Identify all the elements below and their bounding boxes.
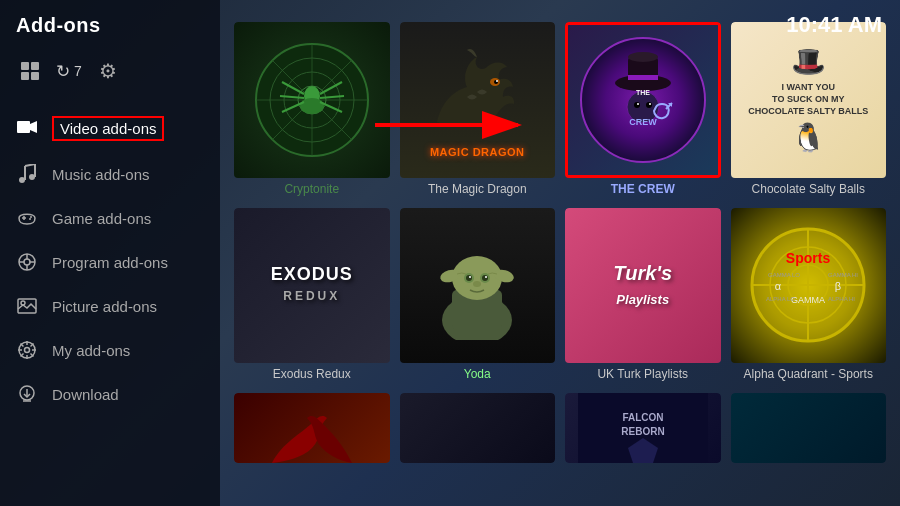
svg-text:THE: THE bbox=[636, 89, 650, 96]
refresh-icon: ↻ bbox=[56, 61, 70, 82]
turk-text-overlay: Turk'sPlaylists bbox=[613, 261, 672, 309]
addon-tile-red[interactable] bbox=[234, 393, 390, 463]
crew-label: THE CREW bbox=[565, 178, 721, 198]
sidebar-item-video[interactable]: Video add-ons bbox=[0, 105, 220, 152]
download-label: Download bbox=[52, 386, 119, 403]
addon-tile-dark[interactable] bbox=[400, 393, 556, 463]
svg-point-62 bbox=[646, 102, 652, 108]
svg-text:REBORN: REBORN bbox=[621, 426, 664, 437]
music-icon bbox=[16, 163, 38, 185]
refresh-badge[interactable]: ↻ 7 bbox=[56, 61, 82, 82]
addons-grid-row1: Cryptonite bbox=[234, 22, 886, 198]
svg-line-10 bbox=[25, 164, 35, 166]
svg-text:ALPHA HI: ALPHA HI bbox=[828, 296, 855, 302]
svg-marker-5 bbox=[30, 121, 37, 133]
choc-text-overlay: I WANT YOUTO SUCK ON MYCHOCOLATE SALTY B… bbox=[744, 78, 872, 121]
magic-dragon-name-overlay: MAGIC DRAGON bbox=[430, 146, 525, 158]
addon-tile-falcon[interactable]: FALCON REBORN bbox=[565, 393, 721, 463]
svg-text:α: α bbox=[775, 280, 782, 292]
video-icon bbox=[16, 118, 38, 140]
sidebar-item-download[interactable]: Download bbox=[0, 372, 220, 416]
svg-point-61 bbox=[634, 102, 640, 108]
cryptonite-label: Cryptonite bbox=[234, 178, 390, 198]
sidebar-item-picture[interactable]: Picture add-ons bbox=[0, 284, 220, 328]
svg-point-64 bbox=[649, 103, 651, 105]
svg-point-24 bbox=[25, 348, 30, 353]
addons-grid-row2: EXODUSREDUX Exodus Redux bbox=[234, 208, 886, 384]
svg-line-31 bbox=[31, 344, 34, 347]
addon-tile-alpha[interactable]: Sports α β GAMMA GAMMA LO GAMMA HI ALPHA… bbox=[731, 208, 887, 384]
sidebar-item-game[interactable]: Game add-ons bbox=[0, 196, 220, 240]
svg-point-58 bbox=[628, 52, 658, 62]
settings-icon[interactable]: ⚙ bbox=[94, 57, 122, 85]
download-icon bbox=[16, 383, 38, 405]
svg-line-32 bbox=[21, 354, 24, 357]
sidebar: Add-ons ↻ 7 ⚙ Video a bbox=[0, 0, 220, 506]
svg-rect-8 bbox=[24, 166, 26, 180]
svg-point-16 bbox=[24, 259, 30, 265]
svg-text:Sports: Sports bbox=[786, 250, 831, 266]
sidebar-item-my[interactable]: My add-ons bbox=[0, 328, 220, 372]
refresh-count: 7 bbox=[74, 63, 82, 79]
video-label: Video add-ons bbox=[52, 116, 164, 141]
svg-point-79 bbox=[485, 276, 487, 278]
svg-text:β: β bbox=[835, 280, 841, 292]
sidebar-navigation: Video add-ons Music add-ons bbox=[0, 105, 220, 416]
svg-point-63 bbox=[637, 103, 639, 105]
svg-rect-3 bbox=[31, 72, 39, 80]
svg-rect-4 bbox=[17, 121, 30, 133]
choc-label: Chocolate Salty Balls bbox=[731, 178, 887, 198]
my-icon bbox=[16, 339, 38, 361]
main-content: Cryptonite bbox=[220, 0, 900, 506]
svg-point-45 bbox=[300, 98, 324, 114]
svg-text:GAMMA LO: GAMMA LO bbox=[768, 272, 800, 278]
svg-text:CREW: CREW bbox=[629, 117, 657, 127]
svg-rect-9 bbox=[34, 164, 36, 177]
sidebar-item-program[interactable]: Program add-ons bbox=[0, 240, 220, 284]
yoda-label: Yoda bbox=[400, 363, 556, 383]
addon-tile-the-crew[interactable]: THE CREW THE CREW bbox=[565, 22, 721, 198]
svg-text:GAMMA: GAMMA bbox=[791, 295, 825, 305]
picture-icon bbox=[16, 295, 38, 317]
addon-tile-turk[interactable]: Turk'sPlaylists UK Turk Playlists bbox=[565, 208, 721, 384]
game-icon bbox=[16, 207, 38, 229]
picture-label: Picture add-ons bbox=[52, 298, 157, 315]
addon-tile-choc[interactable]: 🎩 I WANT YOUTO SUCK ON MYCHOCOLATE SALTY… bbox=[731, 22, 887, 198]
addon-tile-magic-dragon[interactable]: MAGIC DRAGON The Magic Dragon bbox=[400, 22, 556, 198]
svg-point-54 bbox=[496, 80, 498, 82]
addon-tile-yoda[interactable]: Yoda bbox=[400, 208, 556, 384]
svg-point-77 bbox=[482, 275, 488, 281]
svg-text:ALPHA LO: ALPHA LO bbox=[766, 296, 795, 302]
stack-icon[interactable] bbox=[16, 57, 44, 85]
program-icon bbox=[16, 251, 38, 273]
svg-point-78 bbox=[469, 276, 471, 278]
alpha-label: Alpha Quadrant - Sports bbox=[731, 363, 887, 383]
svg-rect-1 bbox=[31, 62, 39, 70]
svg-rect-0 bbox=[21, 62, 29, 70]
addon-tile-cryptonite[interactable]: Cryptonite bbox=[234, 22, 390, 198]
program-label: Program add-ons bbox=[52, 254, 168, 271]
time-display: 10:41 AM bbox=[786, 12, 882, 38]
music-label: Music add-ons bbox=[52, 166, 150, 183]
svg-line-30 bbox=[31, 354, 34, 357]
addon-tile-exodus[interactable]: EXODUSREDUX Exodus Redux bbox=[234, 208, 390, 384]
svg-point-14 bbox=[29, 218, 31, 220]
exodus-label: Exodus Redux bbox=[234, 363, 390, 383]
magic-dragon-label: The Magic Dragon bbox=[400, 178, 556, 198]
svg-point-71 bbox=[452, 256, 502, 300]
turk-label: UK Turk Playlists bbox=[565, 363, 721, 383]
app-title: Add-ons bbox=[0, 0, 220, 47]
svg-text:FALCON: FALCON bbox=[622, 412, 663, 423]
game-label: Game add-ons bbox=[52, 210, 151, 227]
svg-point-76 bbox=[466, 275, 472, 281]
svg-rect-59 bbox=[628, 75, 658, 80]
svg-point-80 bbox=[473, 281, 481, 287]
svg-text:GAMMA HI: GAMMA HI bbox=[828, 272, 858, 278]
addon-tile-cyan[interactable] bbox=[731, 393, 887, 463]
sidebar-toolbar: ↻ 7 ⚙ bbox=[0, 47, 220, 99]
my-addons-label: My add-ons bbox=[52, 342, 130, 359]
svg-point-13 bbox=[30, 216, 32, 218]
addons-grid-row3: FALCON REBORN bbox=[234, 393, 886, 463]
svg-line-29 bbox=[21, 344, 24, 347]
sidebar-item-music[interactable]: Music add-ons bbox=[0, 152, 220, 196]
